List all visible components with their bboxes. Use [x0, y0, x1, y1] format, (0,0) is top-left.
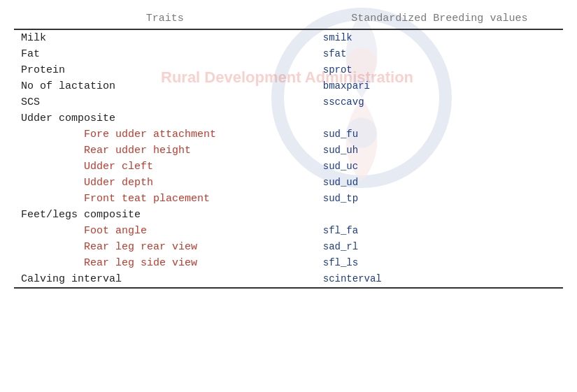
trait-cell: Milk	[14, 29, 316, 46]
code-cell: ssccavg	[316, 94, 563, 110]
trait-cell: Foot angle	[14, 223, 316, 239]
code-cell: smilk	[316, 29, 563, 46]
table-row: SCSssccavg	[14, 94, 563, 110]
table-row: Milksmilk	[14, 29, 563, 46]
code-cell: bmaxpari	[316, 78, 563, 94]
trait-cell: Rear leg rear view	[14, 239, 316, 255]
table-row: Fore udder attachmentsud_fu	[14, 126, 563, 143]
table-row: Foot anglesfl_fa	[14, 223, 563, 239]
trait-cell: SCS	[14, 94, 316, 110]
table-row: Udder composite	[14, 110, 563, 126]
code-cell: sfat	[316, 46, 563, 62]
code-cell: sud_tp	[316, 191, 563, 207]
code-cell: sfl_ls	[316, 255, 563, 271]
trait-cell: Fat	[14, 46, 316, 62]
table-row: Front teat placementsud_tp	[14, 191, 563, 207]
table-row: Rear leg rear viewsad_rl	[14, 239, 563, 255]
trait-cell: Calving interval	[14, 271, 316, 288]
trait-cell: Udder composite	[14, 110, 316, 126]
table-row: Calving intervalscinterval	[14, 271, 563, 288]
code-cell	[316, 110, 563, 126]
code-cell: sud_uc	[316, 159, 563, 175]
table-row: Udder depthsud_ud	[14, 175, 563, 191]
traits-table: Traits Standardized Breeding values Milk…	[14, 7, 563, 289]
trait-cell: Udder depth	[14, 175, 316, 191]
table-row: Rear leg side viewsfl_ls	[14, 255, 563, 271]
trait-cell: No of lactation	[14, 78, 316, 94]
code-cell: sfl_fa	[316, 223, 563, 239]
trait-cell: Rear udder height	[14, 143, 316, 159]
trait-cell: Front teat placement	[14, 191, 316, 207]
code-cell: scinterval	[316, 271, 563, 288]
trait-cell: Fore udder attachment	[14, 126, 316, 143]
trait-cell: Feet/legs composite	[14, 207, 316, 223]
col-values-header: Standardized Breeding values	[316, 7, 563, 29]
code-cell	[316, 207, 563, 223]
table-row: Rear udder heightsud_uh	[14, 143, 563, 159]
code-cell: sud_ud	[316, 175, 563, 191]
code-cell: sud_uh	[316, 143, 563, 159]
col-traits-header: Traits	[14, 7, 316, 29]
code-cell: sprot	[316, 62, 563, 78]
table-row: Feet/legs composite	[14, 207, 563, 223]
code-cell: sud_fu	[316, 126, 563, 143]
code-cell: sad_rl	[316, 239, 563, 255]
trait-cell: Protein	[14, 62, 316, 78]
table-row: Udder cleftsud_uc	[14, 159, 563, 175]
main-table-container: Traits Standardized Breeding values Milk…	[0, 0, 577, 296]
table-row: No of lactationbmaxpari	[14, 78, 563, 94]
trait-cell: Rear leg side view	[14, 255, 316, 271]
table-row: Fatsfat	[14, 46, 563, 62]
table-row: Proteinsprot	[14, 62, 563, 78]
trait-cell: Udder cleft	[14, 159, 316, 175]
